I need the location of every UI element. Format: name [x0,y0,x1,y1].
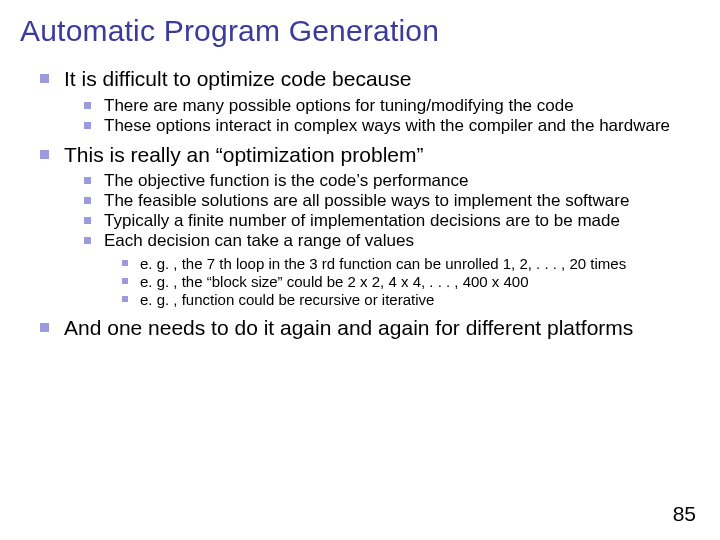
bullet-text: Each decision can take a range of values [104,231,414,250]
bullet-lvl2: The objective function is the code’s per… [64,171,700,191]
bullet-lvl2: The feasible solutions are all possible … [64,191,700,211]
bullet-text: The objective function is the code’s per… [104,171,468,190]
bullet-text: Typically a finite number of implementat… [104,211,620,230]
bullet-lvl1: This is really an “optimization problem”… [20,142,700,309]
bullet-list: It is difficult to optimize code because… [20,66,700,340]
bullet-text: e. g. , function could be recursive or i… [140,291,434,308]
bullet-lvl2: Each decision can take a range of values… [64,231,700,308]
page-number: 85 [673,502,696,526]
bullet-lvl3: e. g. , the 7 th loop in the 3 rd functi… [104,255,700,273]
bullet-lvl1: And one needs to do it again and again f… [20,315,700,341]
bullet-text: e. g. , the “block size” could be 2 x 2,… [140,273,529,290]
bullet-lvl2: Typically a finite number of implementat… [64,211,700,231]
bullet-text: There are many possible options for tuni… [104,96,574,115]
bullet-lvl2: These options interact in complex ways w… [64,116,700,136]
bullet-text: These options interact in complex ways w… [104,116,670,135]
bullet-lvl2: There are many possible options for tuni… [64,96,700,116]
bullet-lvl3: e. g. , the “block size” could be 2 x 2,… [104,273,700,291]
subsublist: e. g. , the 7 th loop in the 3 rd functi… [104,255,700,309]
bullet-text: The feasible solutions are all possible … [104,191,629,210]
bullet-lvl1: It is difficult to optimize code because… [20,66,700,136]
slide: Automatic Program Generation It is diffi… [0,0,720,540]
bullet-lvl3: e. g. , function could be recursive or i… [104,291,700,309]
bullet-text: It is difficult to optimize code because [64,67,411,90]
sublist: The objective function is the code’s per… [64,171,700,308]
sublist: There are many possible options for tuni… [64,96,700,136]
bullet-text: e. g. , the 7 th loop in the 3 rd functi… [140,255,626,272]
slide-title: Automatic Program Generation [20,14,700,48]
bullet-text: This is really an “optimization problem” [64,143,423,166]
bullet-text: And one needs to do it again and again f… [64,316,633,339]
